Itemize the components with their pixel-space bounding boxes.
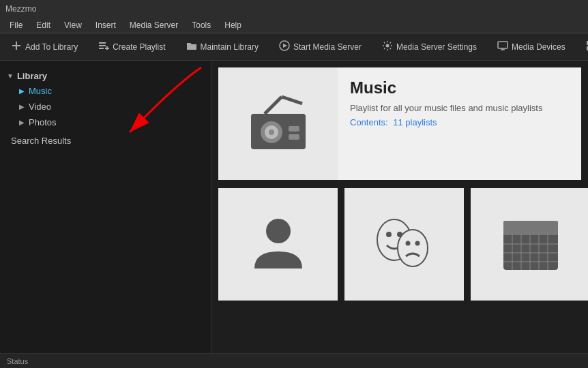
folder-icon [186,40,197,53]
library-header: ▼ Library [0,69,211,83]
menu-media-server[interactable]: Media Server [123,17,185,33]
svg-rect-1 [12,45,20,46]
library-label: Library [17,71,47,81]
toolbar: Add To Library Create Playlist Maintain … [0,33,588,61]
svg-point-32 [405,241,410,245]
svg-point-9 [385,44,389,48]
menu-insert[interactable]: Insert [89,17,123,33]
view-button[interactable]: View [579,37,588,56]
svg-rect-3 [99,45,106,46]
svg-line-19 [282,97,302,104]
music-card-large[interactable]: Music Playlist for all your music files … [218,67,581,180]
svg-point-25 [266,219,291,243]
svg-rect-23 [289,126,299,132]
app-title: Mezzmo [5,4,36,14]
sidebar-item-music[interactable]: ▶ Music [0,83,211,99]
media-devices-label: Media Devices [512,42,565,52]
contents-label: Contents: [350,117,388,127]
music-title: Music [350,78,569,97]
sidebar-music-label: Music [29,86,52,96]
person-card[interactable] [218,188,338,301]
library-section: ▼ Library ▶ Music ▶ Video ▶ Photos [0,66,211,133]
music-card-info: Music Playlist for all your music files … [338,67,581,180]
maintain-library-button[interactable]: Maintain Library [179,37,265,56]
main-layout: ▼ Library ▶ Music ▶ Video ▶ Photos Searc… [0,61,588,368]
svg-rect-35 [503,221,558,234]
music-arrow: ▶ [19,87,25,95]
search-results-item[interactable]: Search Results [0,133,211,149]
search-results-label: Search Results [11,136,71,146]
svg-rect-4 [99,48,104,49]
statusbar: Status [0,353,588,368]
sidebar-video-label: Video [29,102,51,112]
media-devices-button[interactable]: Media Devices [490,37,572,56]
play-icon [279,40,290,53]
menu-tools[interactable]: Tools [185,17,218,33]
create-playlist-button[interactable]: Create Playlist [91,37,172,56]
sidebar: ▼ Library ▶ Music ▶ Video ▶ Photos Searc… [0,61,211,368]
monitor-icon [497,40,508,53]
svg-point-31 [398,230,428,266]
music-description: Playlist for all your music files and mu… [350,103,569,113]
add-to-library-label: Add To Library [25,42,78,52]
svg-rect-24 [289,134,299,140]
media-server-settings-label: Media Server Settings [396,42,477,52]
sidebar-item-video[interactable]: ▶ Video [0,99,211,114]
menu-file[interactable]: File [3,17,29,33]
content-area: Music Playlist for all your music files … [211,61,588,368]
start-media-server-label: Start Media Server [293,42,362,52]
collapse-arrow: ▼ [7,72,14,80]
contents-value: 11 playlists [393,117,437,127]
start-media-server-button[interactable]: Start Media Server [272,37,368,56]
menu-view[interactable]: View [57,17,89,33]
svg-marker-8 [283,44,287,48]
menu-help[interactable]: Help [218,17,248,33]
svg-point-22 [269,129,274,135]
music-card-image [218,67,338,180]
masks-card[interactable] [344,188,464,301]
status-label: Status [7,357,28,365]
svg-rect-10 [498,42,508,48]
add-icon [11,40,22,53]
svg-rect-6 [105,48,109,49]
sidebar-photos-label: Photos [29,117,56,127]
add-to-library-button[interactable]: Add To Library [4,37,85,56]
cards-row [218,188,581,301]
svg-rect-2 [99,42,106,44]
menubar: File Edit View Insert Media Server Tools… [0,17,588,33]
photos-arrow: ▶ [19,119,25,126]
playlist-icon [98,40,109,53]
calendar-card[interactable] [471,188,588,301]
svg-line-18 [265,97,282,114]
svg-point-33 [415,241,420,245]
sidebar-item-photos[interactable]: ▶ Photos [0,114,211,130]
create-playlist-label: Create Playlist [113,42,165,52]
svg-point-28 [386,232,392,237]
maintain-library-label: Maintain Library [201,42,259,52]
video-arrow: ▶ [19,103,25,110]
media-server-settings-button[interactable]: Media Server Settings [375,37,484,56]
gear-icon [382,40,393,53]
titlebar: Mezzmo [0,0,588,17]
music-contents: Contents: 11 playlists [350,117,569,127]
menu-edit[interactable]: Edit [29,17,57,33]
